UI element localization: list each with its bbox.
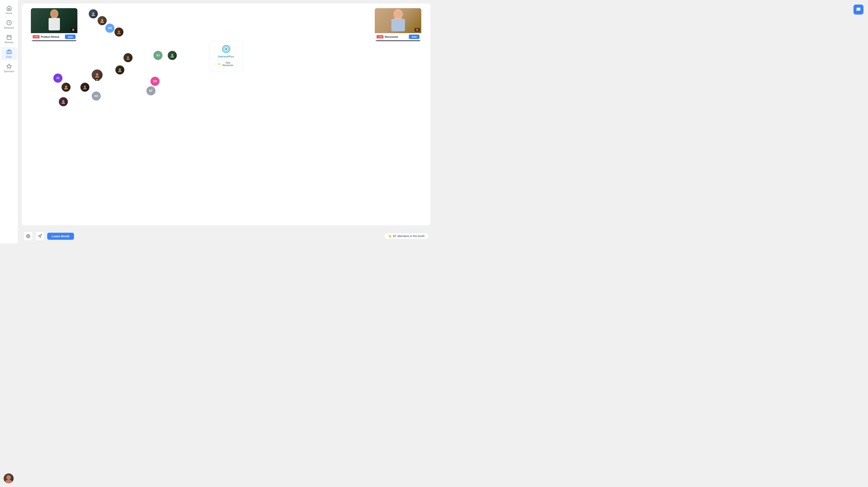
sidebar-item-home-label: Home xyxy=(6,12,12,14)
attendee-count-badge: 👋 17 attendees in this booth xyxy=(384,233,429,239)
avatar-ak[interactable]: AK xyxy=(92,91,101,100)
settings-icon xyxy=(26,234,30,238)
sidebar: Home Sessions Itinerary Expo Sponsors xyxy=(0,0,18,243)
svg-point-24 xyxy=(170,56,174,58)
svg-marker-6 xyxy=(7,64,11,68)
svg-point-29 xyxy=(84,86,86,88)
sessions-icon xyxy=(6,20,12,25)
discussion-mute[interactable]: 🔇 xyxy=(414,28,420,32)
svg-point-28 xyxy=(64,88,68,89)
avatar-ef[interactable]: EF xyxy=(146,86,155,95)
sidebar-item-sessions-label: Sessions xyxy=(4,26,14,29)
leave-booth-button[interactable]: Leave Booth xyxy=(47,233,74,240)
svg-point-19 xyxy=(101,19,103,21)
me-label: ME xyxy=(95,79,99,81)
svg-point-17 xyxy=(92,12,94,14)
svg-point-34 xyxy=(118,71,122,72)
avatar-a2[interactable] xyxy=(98,16,107,25)
avatar-sj[interactable]: SJ xyxy=(153,51,162,60)
avatar-jc[interactable]: JC xyxy=(53,73,62,83)
attendee-emoji: 👋 xyxy=(388,235,392,238)
discussion-join-button[interactable]: Join xyxy=(409,34,420,39)
svg-point-18 xyxy=(91,14,95,16)
svg-point-13 xyxy=(394,10,402,19)
avatar-a6[interactable] xyxy=(115,65,124,74)
sidebar-item-itinerary[interactable]: Itinerary xyxy=(1,33,17,45)
sidebar-item-expo[interactable]: Expo xyxy=(1,47,17,60)
expo-canvas: 🔇 LIVE Product Demos Join 🔇 xyxy=(22,4,430,225)
svg-point-31 xyxy=(96,73,98,76)
svg-marker-38 xyxy=(38,235,41,238)
attendee-count: 17 xyxy=(393,235,396,238)
avatar-a1-photo xyxy=(89,10,97,18)
svg-point-23 xyxy=(171,54,174,56)
svg-point-37 xyxy=(28,236,29,237)
svg-point-36 xyxy=(62,102,65,104)
home-icon xyxy=(6,5,12,11)
product-demos-live-badge: LIVE xyxy=(33,35,39,38)
sponsor-card: OaklandPlus 📁 View Resources xyxy=(210,41,243,72)
avatar-a4[interactable] xyxy=(168,51,177,60)
svg-rect-9 xyxy=(51,18,58,20)
svg-point-30 xyxy=(83,88,87,89)
svg-point-25 xyxy=(127,56,129,58)
svg-rect-1 xyxy=(7,35,11,39)
discussion-footer: LIVE Discussion Join xyxy=(375,33,421,40)
sidebar-item-expo-label: Expo xyxy=(6,55,12,58)
svg-point-10 xyxy=(51,10,58,17)
avatar-a1[interactable] xyxy=(89,9,98,19)
sponsors-icon xyxy=(6,64,12,69)
sidebar-item-itinerary-label: Itinerary xyxy=(4,41,13,43)
folder-icon: 📁 xyxy=(218,63,221,65)
avatar-a10[interactable] xyxy=(59,97,68,106)
product-demos-join-button[interactable]: Join xyxy=(65,34,75,39)
discussion-thumbnail: 🔇 xyxy=(375,8,421,33)
avatar-ar[interactable]: AR xyxy=(105,24,115,33)
oakland-plus-logo xyxy=(222,45,230,53)
attendee-label: attendees in this booth xyxy=(397,235,425,238)
settings-button[interactable] xyxy=(24,232,33,241)
svg-rect-5 xyxy=(7,51,11,54)
avatar-so[interactable]: SO xyxy=(151,77,160,86)
discussion-card: 🔇 LIVE Discussion Join xyxy=(375,8,421,41)
navigation-button[interactable] xyxy=(35,232,44,241)
product-demos-footer: LIVE Product Demos Join xyxy=(31,33,78,40)
sponsor-logo xyxy=(222,45,230,53)
svg-point-26 xyxy=(126,58,130,60)
svg-point-21 xyxy=(118,30,120,33)
product-demos-mute[interactable]: 🔇 xyxy=(71,28,76,32)
svg-point-35 xyxy=(62,100,64,102)
navigation-icon xyxy=(38,234,42,238)
view-resources-button[interactable]: 📁 View Resources xyxy=(215,60,237,68)
svg-point-20 xyxy=(100,21,104,23)
svg-point-32 xyxy=(95,76,99,78)
avatar-a3[interactable] xyxy=(115,28,123,36)
doctor-figure xyxy=(45,9,63,32)
avatar-a5[interactable] xyxy=(123,53,132,62)
product-demos-title: Product Demos xyxy=(41,35,59,38)
sidebar-item-home[interactable]: Home xyxy=(1,4,17,17)
svg-point-27 xyxy=(65,86,67,88)
sidebar-item-sponsors-label: Sponsors xyxy=(4,70,14,73)
expo-icon xyxy=(6,49,12,55)
svg-point-22 xyxy=(117,33,121,34)
svg-point-33 xyxy=(119,68,121,71)
avatar-a9[interactable] xyxy=(80,83,89,92)
sidebar-item-sessions[interactable]: Sessions xyxy=(1,18,17,31)
view-resources-label: View Resources xyxy=(221,62,235,66)
svg-rect-12 xyxy=(391,19,405,31)
bottom-bar: Leave Booth 👋 17 attendees in this booth xyxy=(18,229,434,243)
avatar-me[interactable]: ME xyxy=(92,69,102,80)
avatar-a8[interactable] xyxy=(62,83,71,92)
itinerary-icon xyxy=(6,34,12,40)
sidebar-item-sponsors[interactable]: Sponsors xyxy=(1,62,17,74)
discussion-title: Discussion xyxy=(385,35,398,38)
discussion-live-badge: LIVE xyxy=(377,35,383,38)
avatar-a2-photo xyxy=(98,17,106,25)
main-area: 🔇 LIVE Product Demos Join 🔇 xyxy=(18,0,434,243)
sponsor-name: OaklandPlus xyxy=(218,55,234,58)
woman-figure xyxy=(389,9,407,32)
product-demos-card: 🔇 LIVE Product Demos Join xyxy=(31,8,78,41)
product-demos-thumbnail: 🔇 xyxy=(31,8,78,33)
